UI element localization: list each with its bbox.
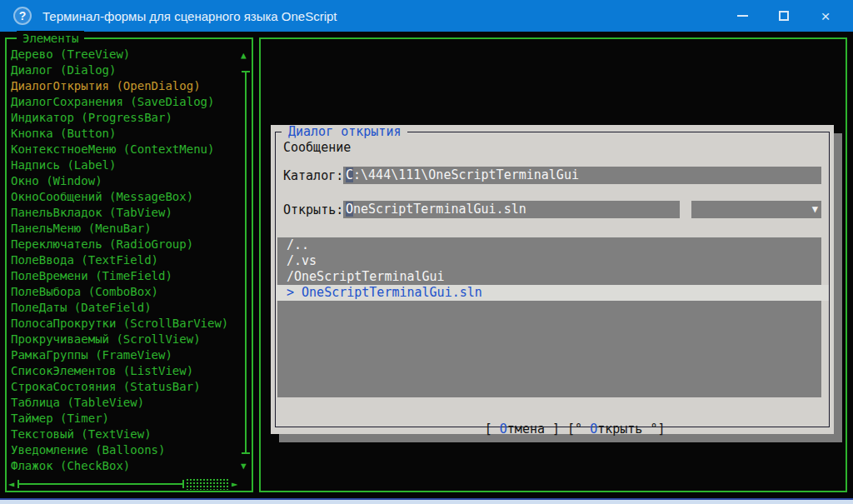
horizontal-scrollbar[interactable]: ◄ ►	[7, 477, 252, 491]
sidebar-item[interactable]: ПолеВвода (TextField)	[11, 252, 237, 268]
minimize-icon	[737, 15, 748, 17]
horizontal-scroll-track[interactable]	[17, 483, 184, 485]
selected-file-row[interactable]: > OneScriptTerminalGui.sln	[276, 285, 829, 301]
elements-list: Дерево (TreeView)Диалог (Dialog)ДиалогОт…	[11, 47, 237, 474]
scroll-down-arrow-icon[interactable]: ▼	[241, 458, 247, 474]
titlebar: ? Терминал-формы для сценарного языка On…	[0, 0, 853, 32]
directory-item[interactable]: /OneScriptTerminalGui	[277, 269, 821, 285]
sidebar-item[interactable]: Таблица (TableView)	[11, 395, 237, 411]
workspace-panel: Диалог открытия Сообщение Каталог: C:\44…	[259, 37, 847, 492]
cancel-button-text: тмена ]	[507, 422, 560, 437]
catalog-label: Каталог:	[283, 168, 343, 183]
vertical-scroll-thumb[interactable]	[245, 71, 247, 454]
catalog-path-field[interactable]: C:\444\111\OneScriptTerminalGui	[343, 167, 821, 184]
open-label: Открыть:	[283, 202, 343, 217]
open-button[interactable]: [° Открыть °]	[567, 422, 665, 437]
help-icon[interactable]: ?	[13, 7, 32, 25]
sidebar-item[interactable]: Прокручиваемый (ScrollView)	[11, 332, 237, 347]
sidebar-item[interactable]: Надпись (Label)	[11, 157, 237, 173]
open-button-bracket: [°	[567, 422, 590, 437]
sidebar-item[interactable]: КонтекстноеМеню (ContextMenu)	[11, 142, 237, 157]
sidebar-item[interactable]: ПолеДаты (DateField)	[11, 300, 237, 316]
minimize-button[interactable]	[721, 0, 763, 32]
sidebar-item[interactable]: Диалог (Dialog)	[11, 62, 237, 78]
sidebar-item[interactable]: ДиалогСохранения (SaveDialog)	[11, 94, 237, 110]
sidebar-item[interactable]: Переключатель (RadioGroup)	[11, 237, 237, 252]
vertical-scrollbar[interactable]: ▲ ▼	[239, 39, 252, 491]
sidebar-item[interactable]: Дерево (TreeView)	[11, 47, 237, 62]
cancel-button[interactable]: [ Отмена ]	[485, 422, 560, 437]
sidebar-item[interactable]: Кнопка (Button)	[11, 126, 237, 142]
sidebar-item[interactable]: ОкноСообщений (MessageBox)	[11, 189, 237, 205]
scroll-right-arrow-icon[interactable]: ►	[232, 477, 237, 491]
sidebar-item[interactable]: Окно (Window)	[11, 173, 237, 189]
sidebar-item[interactable]: СтрокаСостояния (StatusBar)	[11, 379, 237, 395]
close-button[interactable]: ×	[805, 0, 846, 32]
sidebar-item[interactable]: Индикатор (ProgressBar)	[11, 110, 237, 126]
sidebar-item[interactable]: ПолосаПрокрутки (ScrollBarView)	[11, 316, 237, 332]
cancel-button-hotkey: О	[500, 422, 507, 437]
sidebar-item[interactable]: ДиалогОткрытия (OpenDialog)	[11, 78, 237, 94]
sidebar-item[interactable]: ПолеВыбора (ComboBox)	[11, 284, 237, 300]
maximize-icon	[779, 11, 789, 21]
sidebar-item[interactable]: Текстовый (TextView)	[11, 427, 237, 442]
window-controls: ×	[721, 0, 846, 32]
elements-panel-title: Элементы	[17, 31, 84, 46]
close-icon: ×	[821, 8, 830, 24]
file-listbox[interactable]: /../.vs/OneScriptTerminalGui	[277, 237, 821, 397]
sidebar-item[interactable]: ПанельМеню (MenuBar)	[11, 221, 237, 237]
message-label: Сообщение	[283, 140, 351, 155]
sidebar-item[interactable]: СписокЭлементов (ListView)	[11, 363, 237, 379]
dialog-title: Диалог открытия	[282, 125, 407, 139]
scroll-up-arrow-icon[interactable]: ▲	[241, 47, 247, 63]
open-dialog: Диалог открытия Сообщение Каталог: C:\44…	[271, 125, 834, 434]
sidebar-item[interactable]: РамкаГруппы (FrameView)	[11, 347, 237, 363]
sidebar-item[interactable]: Уведомление (Balloons)	[11, 442, 237, 458]
directory-item[interactable]: /.vs	[277, 253, 821, 269]
window-bottom-edge	[0, 498, 853, 504]
open-button-hotkey: О	[590, 422, 597, 437]
elements-panel: Элементы Дерево (TreeView)Диалог (Dialog…	[5, 37, 253, 492]
directory-item[interactable]: /..	[277, 237, 821, 253]
filetype-combobox[interactable]: ▼	[691, 201, 821, 218]
sidebar-item[interactable]: Таймер (Timer)	[11, 411, 237, 427]
sidebar-item[interactable]: ПолеВремени (TimeField)	[11, 268, 237, 284]
sidebar-item[interactable]: ПанельВкладок (TabView)	[11, 205, 237, 221]
scroll-left-arrow-icon[interactable]: ◄	[8, 477, 14, 491]
maximize-button[interactable]	[763, 0, 805, 32]
window-title: Терминал-формы для сценарного языка OneS…	[42, 9, 337, 23]
horizontal-scroll-thumb[interactable]	[186, 478, 229, 490]
cancel-button-bracket: [	[485, 422, 500, 437]
filename-field[interactable]: OneScriptTerminalGui.sln	[343, 201, 680, 218]
sidebar-item[interactable]: Флажок (CheckBox)	[11, 458, 237, 474]
chevron-down-icon: ▼	[812, 201, 818, 218]
open-button-text: ткрыть °]	[597, 422, 665, 437]
dialog-button-row: [ Отмена ][° Открыть °]	[271, 406, 834, 422]
